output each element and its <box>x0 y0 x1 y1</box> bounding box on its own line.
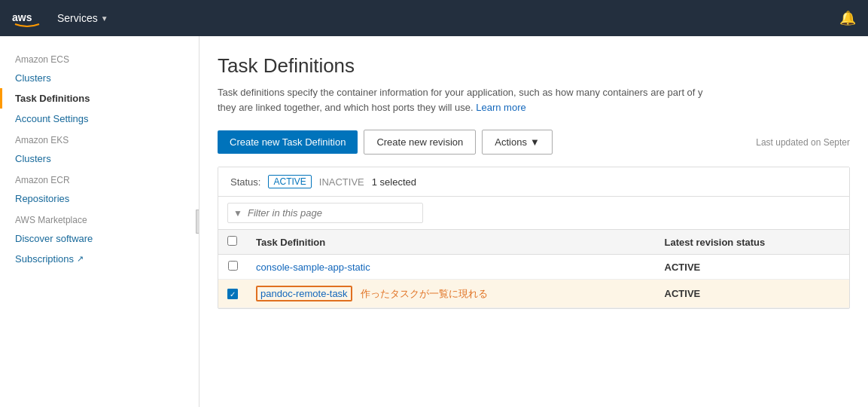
sidebar-item-repositories[interactable]: Repositories <box>0 188 199 209</box>
main-content: Task Definitions Task definitions specif… <box>199 36 868 407</box>
select-all-header <box>218 230 247 255</box>
filter-input[interactable] <box>227 203 423 223</box>
actions-caret-icon: ▼ <box>530 136 540 148</box>
services-button[interactable]: Services ▼ <box>57 12 108 24</box>
sidebar-item-account-settings[interactable]: Account Settings <box>0 109 199 129</box>
task-table-container: Status: ACTIVE INACTIVE 1 selected ▼ <box>218 167 850 309</box>
select-all-checkbox[interactable] <box>227 236 237 246</box>
table-header-row: Task Definition Latest revision status <box>218 230 849 255</box>
active-status-badge[interactable]: ACTIVE <box>268 175 311 188</box>
action-bar: Create new Task Definition Create new re… <box>218 130 850 155</box>
sidebar-collapse-button[interactable]: ‹ <box>196 210 199 234</box>
description-text-2: they are linked together, and which host… <box>218 102 476 113</box>
row-2-status: ACTIVE <box>656 280 849 308</box>
annotation-text: 作ったタスクが一覧に現れる <box>361 288 488 299</box>
row-2-name-link[interactable]: pandoc-remote-task <box>260 288 348 299</box>
create-task-definition-button[interactable]: Create new Task Definition <box>218 130 358 154</box>
sidebar-item-task-definitions[interactable]: Task Definitions <box>0 88 199 109</box>
row-1-name: console-sample-app-static <box>247 255 656 280</box>
top-nav: aws Services ▼ 🔔 <box>0 0 868 36</box>
row-2-name: pandoc-remote-task 作ったタスクが一覧に現れる <box>247 280 656 308</box>
row-1-checkbox[interactable] <box>228 261 238 271</box>
status-bar: Status: ACTIVE INACTIVE 1 selected <box>218 167 849 197</box>
services-label: Services <box>57 12 98 24</box>
row-1-checkbox-cell <box>218 255 247 280</box>
sidebar-item-clusters-eks[interactable]: Clusters <box>0 148 199 169</box>
aws-logo-icon: aws <box>12 9 42 27</box>
selected-count: 1 selected <box>372 176 416 188</box>
external-link-icon: ↗ <box>77 254 84 264</box>
sidebar-item-subscriptions[interactable]: Subscriptions ↗ <box>0 249 199 269</box>
sidebar-section-eks: Amazon EKS <box>0 129 199 148</box>
create-revision-label: Create new revision <box>376 136 463 148</box>
create-revision-button[interactable]: Create new revision <box>364 130 476 155</box>
task-definitions-table: Task Definition Latest revision status c… <box>218 230 849 308</box>
aws-logo: aws <box>12 9 42 27</box>
page-layout: Amazon ECS Clusters Task Definitions Acc… <box>0 36 868 407</box>
svg-text:aws: aws <box>12 11 32 23</box>
row-1-name-link[interactable]: console-sample-app-static <box>256 262 370 273</box>
page-description: Task definitions specify the container i… <box>218 85 820 115</box>
row-2-checkbox-cell: ✓ <box>218 280 247 308</box>
row-2-checked-icon: ✓ <box>227 289 238 299</box>
actions-button[interactable]: Actions ▼ <box>482 130 553 155</box>
inactive-status-button[interactable]: INACTIVE <box>319 176 364 188</box>
sidebar: Amazon ECS Clusters Task Definitions Acc… <box>0 36 199 407</box>
sidebar-item-discover-software[interactable]: Discover software <box>0 228 199 249</box>
filter-icon: ▼ <box>233 208 242 219</box>
notification-bell-icon[interactable]: 🔔 <box>839 10 856 26</box>
sidebar-item-clusters-ecs[interactable]: Clusters <box>0 68 199 88</box>
latest-revision-col-header: Latest revision status <box>656 230 849 255</box>
sidebar-section-marketplace: AWS Marketplace <box>0 209 199 228</box>
row-1-status: ACTIVE <box>656 255 849 280</box>
actions-label: Actions <box>495 136 527 148</box>
caret-down-icon: ▼ <box>101 14 108 23</box>
table-row: console-sample-app-static ACTIVE <box>218 255 849 280</box>
filter-input-wrap: ▼ <box>227 203 423 223</box>
sidebar-section-ecr: Amazon ECR <box>0 169 199 188</box>
task-definition-col-header: Task Definition <box>247 230 656 255</box>
last-updated-text: Last updated on Septer <box>756 137 850 148</box>
learn-more-link[interactable]: Learn more <box>476 102 525 113</box>
pandoc-task-name[interactable]: pandoc-remote-task <box>256 286 352 301</box>
description-text: Task definitions specify the container i… <box>218 87 703 98</box>
table-row: ✓ pandoc-remote-task 作ったタスクが一覧に現れる ACTIV… <box>218 280 849 308</box>
filter-bar: ▼ <box>218 197 849 230</box>
page-title: Task Definitions <box>218 54 850 78</box>
sidebar-section-ecs: Amazon ECS <box>0 48 199 68</box>
status-label: Status: <box>230 176 260 188</box>
